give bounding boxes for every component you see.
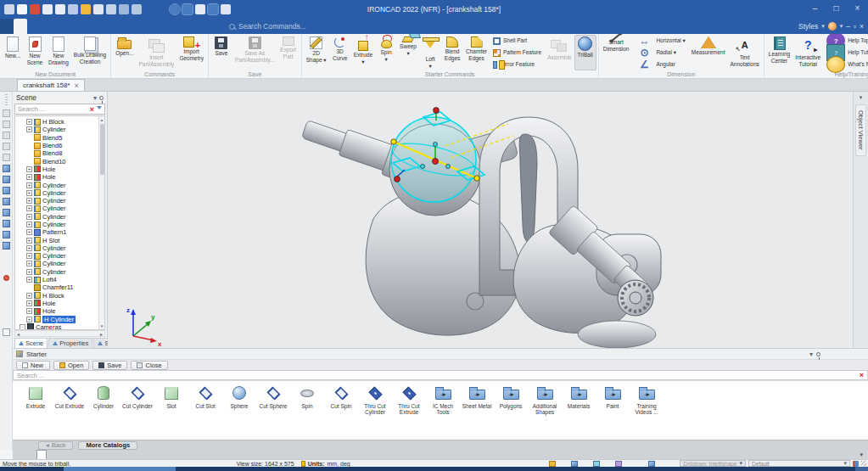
tree-expander[interactable]: + (26, 317, 32, 322)
tree-item[interactable]: + H Slot (18, 236, 98, 244)
catalog-item[interactable]: Training Videos ... (630, 384, 664, 415)
units-value[interactable]: mm, deg (328, 461, 350, 467)
triball-orient-handle[interactable] (395, 177, 400, 182)
tree-item[interactable]: + Hole (18, 300, 98, 307)
tree-expander[interactable]: + (26, 119, 32, 125)
styles-caret-icon[interactable]: ▾ (821, 23, 825, 30)
tree-expander[interactable]: - (20, 324, 25, 330)
filter-icon[interactable] (97, 106, 102, 112)
catalog-item[interactable]: Paint (596, 384, 630, 409)
ribbon-button[interactable]: Assemble (545, 35, 574, 70)
ribbon-tab[interactable] (54, 19, 68, 34)
spline-shaft-end[interactable] (618, 280, 653, 316)
tree-expander[interactable]: + (26, 166, 32, 172)
catalog-tab[interactable] (64, 450, 72, 459)
catalog-toolbar-button[interactable]: Close (131, 361, 167, 370)
ribbon-button[interactable]: Save (210, 35, 232, 70)
ribbon-tab[interactable] (0, 19, 14, 34)
tree-item[interactable]: + Cylinder (18, 252, 98, 260)
triball-axis-handle[interactable] (391, 139, 396, 144)
tree-expander[interactable]: + (26, 190, 32, 196)
ribbon-button[interactable]: New Drawing (46, 35, 71, 70)
tree-item[interactable]: + Cylinder (18, 205, 98, 212)
styles-button[interactable]: Styles (798, 22, 818, 31)
anchor-icon[interactable] (853, 461, 859, 467)
catalog-item[interactable]: Sphere (222, 384, 256, 409)
ribbon-tab[interactable] (95, 19, 109, 34)
catalog-tab[interactable] (132, 450, 140, 459)
tree-item[interactable]: + Cylinder (18, 268, 98, 276)
user-avatar[interactable] (828, 22, 837, 31)
tree-item[interactable]: + Cylinder (18, 213, 98, 221)
close-button[interactable]: × (847, 0, 868, 19)
tree-item[interactable]: + Loft4 (18, 276, 98, 283)
tree-expander[interactable]: + (26, 126, 32, 132)
catalog-toolbar-button[interactable]: Save (92, 361, 127, 370)
connecting-pin[interactable] (519, 134, 537, 243)
tree-expander[interactable]: + (26, 308, 32, 314)
catalog-tab[interactable] (148, 450, 157, 459)
catalog-tab[interactable] (81, 450, 89, 459)
ribbon-button[interactable]: Import Geometry (176, 35, 206, 70)
catalog-item[interactable]: Cut Cylinder (120, 384, 154, 409)
tree-expander[interactable]: + (26, 261, 32, 266)
tree-item[interactable]: + Cylinder (18, 221, 98, 228)
ribbon-tab[interactable] (190, 19, 204, 34)
command-search[interactable]: Search Commands... (229, 19, 306, 34)
triball-center-handle[interactable] (433, 159, 439, 165)
tree-item[interactable]: + Cylinder (18, 260, 98, 267)
catalog-search-input[interactable]: Search ... × (13, 370, 868, 380)
tree-expander[interactable]: + (26, 269, 32, 275)
tree-expander[interactable] (26, 159, 32, 165)
tree-item[interactable]: + Hole (18, 173, 98, 181)
catalog-item[interactable]: Spin (290, 384, 324, 409)
catalog-item[interactable]: Additional Shapes (528, 384, 562, 415)
tree-item[interactable]: Blend8 (18, 149, 98, 157)
ribbon-tab[interactable] (14, 19, 27, 34)
tree-expander[interactable] (26, 284, 32, 290)
catalog-tab[interactable] (182, 450, 191, 459)
catalog-tab[interactable] (98, 450, 106, 459)
tree-expander[interactable]: + (26, 174, 32, 180)
pin-icon[interactable] (99, 96, 104, 100)
ribbon-tab[interactable] (27, 19, 41, 34)
ribbon-tab[interactable] (204, 19, 217, 34)
catalog-item[interactable]: Thru Cut Extrude (392, 384, 426, 415)
drilldown-select[interactable]: Drilldown: Intellishape ▾ (680, 460, 746, 467)
maximize-button[interactable]: □ (826, 0, 847, 19)
catalog-tab[interactable] (140, 450, 148, 459)
catalog-tab[interactable] (174, 450, 182, 459)
catalog-tab[interactable] (157, 450, 165, 459)
catalog-item[interactable]: Sheet Metal (460, 384, 494, 409)
account-caret-icon[interactable]: ▾ (840, 23, 843, 30)
tree-expander[interactable]: + (26, 300, 32, 306)
ribbon-tab[interactable] (136, 19, 149, 34)
ribbon-button[interactable]: ∠Angular (631, 59, 688, 70)
catalog-tab[interactable] (165, 450, 174, 459)
object-viewer-caret-icon[interactable]: ▾ (860, 94, 863, 101)
tree-item[interactable]: + Cylinder (18, 244, 98, 252)
tree-item[interactable]: Blend10 (18, 157, 98, 165)
catalog-item[interactable]: Slot (154, 384, 188, 409)
tree-item[interactable]: - Cameras (18, 323, 98, 330)
ribbon-button[interactable]: Learning Center (766, 35, 792, 70)
more-catalogs-button[interactable]: More Catalogs (78, 441, 137, 450)
tree-item[interactable]: + Cylinder (18, 126, 98, 133)
catalog-tab[interactable] (72, 450, 81, 459)
ribbon-tab[interactable] (163, 19, 176, 34)
ribbon-button[interactable]: Mirror Feature (490, 59, 545, 70)
catalog-item[interactable]: Cut Slot (188, 384, 222, 409)
tree-expander[interactable]: + (26, 221, 32, 227)
tree-expander[interactable]: + (26, 205, 32, 211)
tree-item[interactable]: + Cylinder (18, 181, 98, 188)
catalog-tab[interactable] (199, 450, 208, 459)
tree-expander[interactable]: + (26, 238, 32, 244)
doc-restore-button[interactable]: ▫ (854, 22, 856, 31)
tree-item[interactable]: + Hole (18, 165, 98, 173)
crankshaft-model[interactable]: z y x (108, 92, 853, 348)
document-tab[interactable]: crankshaft 158* × (17, 79, 85, 91)
tree-expander[interactable]: + (26, 277, 32, 283)
style-select[interactable]: Default ▾ (748, 460, 850, 467)
doc-close-button[interactable]: × (860, 22, 864, 31)
tree-item[interactable]: + Hole (18, 307, 98, 315)
